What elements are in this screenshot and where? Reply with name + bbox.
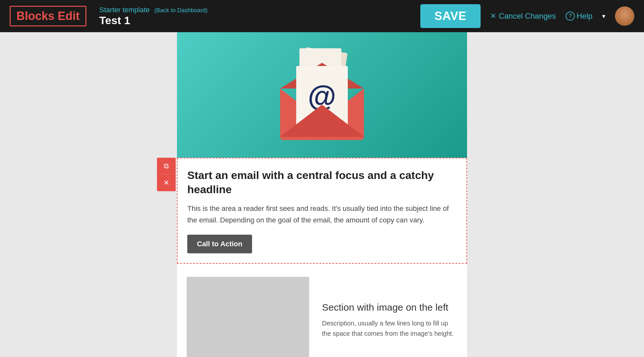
page-wrapper: @ ⧉ ✕ Start an email with a central focu… <box>0 32 644 357</box>
duplicate-icon: ⧉ <box>164 162 169 170</box>
section-description: Description, usually a few lines long to… <box>322 318 457 339</box>
cancel-changes-button[interactable]: ✕ Cancel Changes <box>490 12 556 21</box>
template-info: Starter template (Back to Dashboard) Tes… <box>99 6 208 27</box>
duplicate-block-button[interactable]: ⧉ <box>157 158 176 174</box>
app-logo: Blocks Edit <box>16 9 80 23</box>
block-body-text[interactable]: This is the area a reader first sees and… <box>187 203 457 225</box>
selected-block-container: ⧉ ✕ Start an email with a central focus … <box>177 158 467 264</box>
header-actions: ✕ Cancel Changes ? Help ▾ <box>490 6 634 26</box>
cancel-changes-label: Cancel Changes <box>499 12 556 21</box>
save-button[interactable]: SAVE <box>420 4 481 28</box>
delete-block-button[interactable]: ✕ <box>157 174 176 191</box>
section-heading[interactable]: Section with image on the left <box>322 302 457 313</box>
cancel-icon: ✕ <box>490 12 496 20</box>
document-title: Test 1 <box>99 14 208 27</box>
template-name-row: Starter template (Back to Dashboard) <box>99 6 208 14</box>
user-avatar[interactable] <box>615 6 634 26</box>
back-to-dashboard-link[interactable]: (Back to Dashboard) <box>154 7 208 14</box>
block-headline[interactable]: Start an email with a central focus and … <box>187 168 457 196</box>
content-block: Start an email with a central focus and … <box>177 158 467 264</box>
help-circle-icon: ? <box>566 12 575 21</box>
cta-button[interactable]: Call to Action <box>187 235 252 253</box>
content-wrapper: @ ⧉ ✕ Start an email with a central focu… <box>177 32 467 357</box>
section-image-placeholder <box>187 277 309 357</box>
block-controls: ⧉ ✕ <box>157 158 176 191</box>
bottom-section: Section with image on the left Descripti… <box>177 264 467 357</box>
envelope-illustration: @ <box>267 43 377 146</box>
hero-image-block: @ <box>177 32 467 158</box>
help-question-mark: ? <box>569 13 572 20</box>
app-header: Blocks Edit Starter template (Back to Da… <box>0 0 644 32</box>
help-label: Help <box>577 12 592 21</box>
delete-icon: ✕ <box>163 179 169 187</box>
logo-box: Blocks Edit <box>10 6 86 26</box>
help-button[interactable]: ? Help <box>566 12 592 21</box>
avatar-image <box>615 6 634 26</box>
template-name-label: Starter template <box>99 6 150 14</box>
dropdown-arrow-icon[interactable]: ▾ <box>602 12 605 20</box>
section-text: Section with image on the left Descripti… <box>322 277 457 357</box>
